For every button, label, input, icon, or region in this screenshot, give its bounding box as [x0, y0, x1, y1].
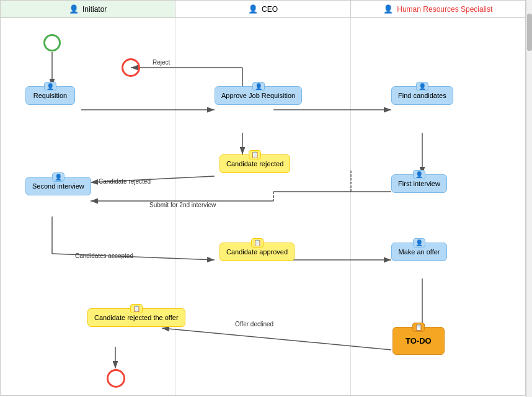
- make-offer-icon: 👤: [413, 238, 425, 248]
- find-candidates-icon: 👤: [416, 82, 428, 91]
- node-requisition[interactable]: 👤 Requisition: [25, 86, 75, 105]
- approve-job-label: Approve Job Requisition: [221, 92, 295, 99]
- requisition-icon: 👤: [44, 82, 56, 91]
- approve-job-icon: 👤: [252, 82, 265, 91]
- node-first-interview[interactable]: 👤 First interview: [391, 174, 447, 193]
- candidate-rejected-offer-icon: 📋: [130, 304, 143, 313]
- reject-label: Reject: [153, 59, 170, 66]
- candidate-rejected-edge-label: Candidate rejected: [99, 178, 151, 185]
- first-interview-icon: 👤: [413, 170, 425, 179]
- initiator-label: Initiator: [82, 5, 107, 14]
- initiator-icon: 👤: [69, 4, 79, 14]
- end-circle: [107, 369, 125, 388]
- second-interview-icon: 👤: [52, 172, 64, 182]
- candidates-accepted-label: Candidates accepted: [75, 252, 133, 259]
- lane-header-initiator: 👤 Initiator: [1, 1, 175, 17]
- node-find-candidates[interactable]: 👤 Find candidates: [391, 86, 453, 105]
- ceo-label: CEO: [262, 5, 278, 14]
- scrollbar[interactable]: [526, 0, 532, 397]
- submit-2nd-label: Submit for 2nd interview: [149, 202, 216, 208]
- requisition-label: Requisition: [33, 92, 67, 99]
- start-circle: [43, 34, 61, 51]
- first-interview-label: First interview: [398, 180, 440, 187]
- reject-circle: [122, 58, 140, 77]
- node-second-interview[interactable]: 👤 Second interview: [25, 177, 91, 195]
- lanes-body: Reject 👤 Requisition 👤 Approve Job Requi…: [0, 17, 526, 396]
- offer-declined-label: Offer declined: [235, 321, 273, 328]
- node-candidate-rejected[interactable]: 📋 Candidate rejected: [219, 154, 290, 173]
- node-approve-job[interactable]: 👤 Approve Job Requisition: [215, 86, 302, 105]
- node-candidate-approved[interactable]: 📋 Candidate approved: [219, 243, 295, 261]
- node-todo[interactable]: 📋 TO-DO: [392, 327, 445, 355]
- hrs-icon: 👤: [383, 4, 393, 14]
- node-candidate-rejected-offer[interactable]: 📋 Candidate rejected the offer: [87, 308, 185, 327]
- find-candidates-label: Find candidates: [398, 92, 446, 99]
- make-offer-label: Make an offer: [398, 248, 440, 256]
- scrollbar-thumb[interactable]: [527, 14, 532, 51]
- node-make-offer[interactable]: 👤 Make an offer: [391, 243, 447, 261]
- candidate-approved-icon: 📋: [251, 238, 264, 248]
- second-interview-label: Second interview: [32, 182, 84, 190]
- diagram-container: 👤 Initiator 👤 CEO 👤 Human Resources Spec…: [0, 0, 532, 397]
- ceo-icon: 👤: [248, 4, 258, 14]
- candidate-rejected-offer-label: Candidate rejected the offer: [94, 314, 179, 321]
- todo-label: TO-DO: [406, 336, 432, 346]
- hrs-label: Human Resources Specialist: [397, 5, 492, 14]
- todo-icon: 📋: [412, 323, 425, 332]
- lane-header-ceo: 👤 CEO: [175, 1, 350, 17]
- candidate-rejected-label: Candidate rejected: [226, 160, 283, 167]
- candidate-rejected-icon: 📋: [249, 150, 261, 159]
- candidate-approved-label: Candidate approved: [226, 248, 288, 256]
- lane-header-hrs: 👤 Human Resources Specialist: [351, 1, 525, 17]
